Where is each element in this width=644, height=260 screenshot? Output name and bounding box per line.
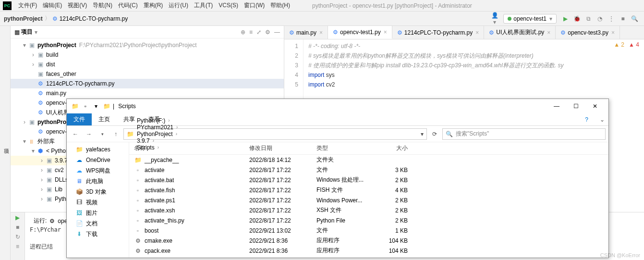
hide-icon[interactable]: —: [274, 29, 280, 36]
up-button[interactable]: ↑: [110, 128, 122, 140]
sidebar-item[interactable]: ☁OneDrive: [67, 155, 129, 165]
more-icon[interactable]: ⋮: [608, 15, 615, 22]
inspection-indicator[interactable]: ▲ 2 ▲ 4: [614, 41, 639, 48]
ribbon-tab[interactable]: 文件: [67, 113, 92, 125]
sidebar-item[interactable]: 🖼图片: [67, 208, 129, 218]
editor-tab[interactable]: ⚙UI人机界面测试.py×: [484, 26, 556, 39]
rerun-icon[interactable]: ▶: [15, 214, 20, 221]
qat-icon[interactable]: ▫: [81, 102, 90, 111]
menu-item[interactable]: 编辑(E): [40, 2, 65, 9]
file-row[interactable]: ▫boost2022/9/21 13:02文件1 KB: [129, 225, 608, 235]
tree-row[interactable]: ›▣dist: [11, 60, 284, 69]
profile-icon[interactable]: ◔: [596, 15, 604, 22]
col-date[interactable]: 修改日期: [244, 144, 312, 152]
chevron-down-icon[interactable]: ▾: [35, 29, 37, 36]
breadcrumb-file[interactable]: 1214cPLC-TO-pycharm.py: [60, 15, 128, 22]
sidebar-item[interactable]: ☁WPS网盘: [67, 165, 129, 176]
help-icon[interactable]: ?: [585, 116, 588, 123]
file-row[interactable]: ▫activate.fish2022/8/17 17:22FISH 文件4 KB: [129, 185, 608, 195]
sidebar-item[interactable]: 📦3D 对象: [67, 186, 129, 197]
path-segment[interactable]: PYcharm2021: [137, 124, 173, 131]
tree-row[interactable]: ▣faces_other: [11, 69, 284, 79]
select-file-icon[interactable]: ⊕: [241, 29, 245, 36]
minimize-button[interactable]: —: [547, 99, 566, 113]
sidebar-item[interactable]: ⬇下载: [67, 229, 129, 239]
search-input[interactable]: 🔍 搜索"Scripts": [442, 128, 606, 140]
col-type[interactable]: 类型: [312, 144, 374, 152]
sidebar-item[interactable]: 🎞视频: [67, 197, 129, 208]
menu-item[interactable]: 窗口(W): [241, 2, 267, 9]
menu-item[interactable]: 代码(C): [115, 2, 141, 9]
sidebar-item[interactable]: 📄文档: [67, 218, 129, 229]
editor-tab[interactable]: ⚙opencv-test3.py×: [556, 26, 620, 39]
path-segment[interactable]: Python (F:): [137, 117, 165, 124]
qat-icon[interactable]: ▾: [92, 102, 100, 111]
menu-item[interactable]: 视图(V): [65, 2, 90, 9]
tree-row[interactable]: ⚙1214cPLC-TO-pycharm.py: [11, 79, 284, 88]
col-size[interactable]: 大小: [374, 144, 413, 152]
file-row[interactable]: ⚙cpack.exe2022/9/21 8:36应用程序104 KB: [129, 246, 608, 256]
refresh-button[interactable]: ⟳: [429, 128, 440, 140]
sidebar-item[interactable]: 🖥此电脑: [67, 176, 129, 186]
back-button[interactable]: ←: [70, 128, 81, 140]
ribbon-tab[interactable]: 主页: [92, 113, 117, 125]
close-button[interactable]: ✕: [585, 99, 605, 113]
close-tab-icon[interactable]: ×: [475, 29, 479, 36]
menu-item[interactable]: 导航(N): [90, 2, 115, 9]
menu-item[interactable]: 重构(R): [141, 2, 166, 9]
file-row[interactable]: 📁__pycache__2022/8/18 14:12文件夹: [129, 155, 608, 165]
folder-icon: ▣: [45, 157, 53, 164]
menu-item[interactable]: 工具(T): [191, 2, 216, 9]
file-row[interactable]: ▫activate2022/8/17 17:22文件3 KB: [129, 165, 608, 175]
folder-icon: ▣: [45, 186, 53, 193]
forward-button[interactable]: →: [83, 128, 95, 140]
down-icon[interactable]: ≡: [16, 243, 19, 250]
close-tab-icon[interactable]: ×: [384, 29, 387, 36]
ribbon-collapse-icon[interactable]: ⌄: [600, 116, 605, 123]
recent-dd[interactable]: ▾: [97, 128, 108, 140]
run-panel-title: 运行:: [34, 217, 47, 225]
chevron-right-icon[interactable]: ›: [168, 118, 170, 123]
tree-row[interactable]: ›▣build: [11, 50, 284, 60]
maximize-button[interactable]: ☐: [566, 99, 585, 113]
run-icon[interactable]: ▶: [561, 15, 569, 22]
menu-item[interactable]: 帮助(H): [267, 2, 293, 9]
editor-tab[interactable]: ⚙opencv-test1.py×: [328, 26, 392, 39]
menu-item[interactable]: 运行(U): [166, 2, 191, 9]
menu-item[interactable]: VCS(S): [216, 2, 241, 9]
chevron-right-icon[interactable]: ›: [176, 124, 178, 130]
run-config-selector[interactable]: opencv-test1 ▾: [503, 14, 557, 24]
tree-row[interactable]: ⚙main.py: [11, 88, 284, 98]
editor-tab[interactable]: ⚙main.py×: [284, 26, 328, 39]
file-row[interactable]: ▫activate.xsh2022/8/17 17:22XSH 文件2 KB: [129, 205, 608, 215]
file-row[interactable]: ▫activate.bat2022/8/17 17:22Windows 批处理.…: [129, 175, 608, 185]
collapse-icon[interactable]: ⤢: [256, 29, 261, 36]
close-tab-icon[interactable]: ×: [611, 29, 615, 36]
col-name[interactable]: 名称: [129, 144, 244, 152]
gear-icon[interactable]: ⚙: [265, 29, 270, 36]
restart-icon[interactable]: ↻: [15, 234, 20, 240]
expand-icon[interactable]: ≡: [249, 29, 253, 36]
address-bar[interactable]: 📁 Python (F:)›PYcharm2021›PythonProject›…: [123, 128, 427, 140]
search-icon[interactable]: 🔍: [631, 15, 638, 22]
file-row[interactable]: ⚙cmake.exe2022/9/21 8:36应用程序104 KB: [129, 235, 608, 246]
editor-tab[interactable]: ⚙1214cPLC-TO-pycharm.py×: [392, 26, 485, 39]
close-tab-icon[interactable]: ×: [547, 29, 550, 36]
debug-icon[interactable]: 🐞: [573, 15, 581, 22]
tree-row[interactable]: ▾▣pythonProjectF:\PYcharm2021\PythonProj…: [11, 40, 284, 50]
stop-icon[interactable]: ■: [619, 15, 627, 22]
left-gutter[interactable]: 项目: [0, 26, 11, 260]
py-icon: ⚙: [36, 80, 44, 87]
menu-item[interactable]: 文件(F): [15, 2, 40, 9]
file-row[interactable]: ▫activate.ps12022/8/17 17:22Windows Powe…: [129, 195, 608, 205]
stop-icon[interactable]: ■: [16, 224, 19, 231]
chevron-right-icon[interactable]: ›: [176, 131, 177, 136]
file-row[interactable]: ▫activate_this.py2022/8/17 17:22Python F…: [129, 215, 608, 225]
user-icon[interactable]: 👤▾: [491, 12, 498, 25]
coverage-icon[interactable]: ⧉: [584, 15, 592, 22]
path-segment[interactable]: PythonProject: [137, 131, 173, 137]
close-tab-icon[interactable]: ×: [319, 29, 323, 36]
chevron-down-icon[interactable]: ▾: [421, 131, 424, 137]
sidebar-item[interactable]: 📁yalefaces: [67, 144, 129, 155]
breadcrumb-project[interactable]: pythonProject: [4, 15, 43, 22]
